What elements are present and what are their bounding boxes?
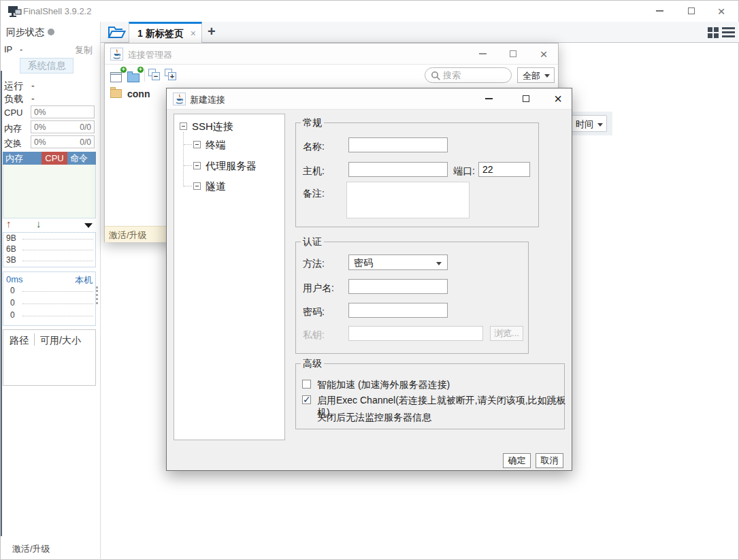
cancel-button[interactable]: 取消: [536, 453, 563, 468]
grid-view-icon[interactable]: [708, 27, 719, 38]
tree-item-ssh[interactable]: SSH连接: [192, 120, 233, 133]
ping-tick: 0: [10, 286, 15, 295]
host-input[interactable]: [348, 162, 448, 177]
dialog-close-button[interactable]: ×: [549, 88, 567, 109]
system-info-button[interactable]: 系统信息: [20, 58, 73, 73]
time-sort-dropdown[interactable]: 时间: [571, 115, 607, 132]
mem-statbox: 0% 0/0: [31, 120, 95, 133]
app-logo-icon: [7, 5, 22, 18]
java-app-icon: [110, 48, 123, 61]
gridline: [22, 291, 93, 292]
net-dropdown-icon[interactable]: [84, 223, 93, 228]
new-folder-icon[interactable]: [127, 69, 142, 82]
swap-ratio: 0/0: [80, 137, 91, 147]
close-button[interactable]: [712, 1, 730, 21]
left-edge: [1, 71, 2, 536]
dialog-minimize-button[interactable]: [480, 88, 497, 109]
tab-memory[interactable]: 内存: [3, 152, 42, 165]
disk-panel: 路径 可用/大小: [3, 329, 96, 386]
tree-collapse-icon[interactable]: [193, 182, 201, 190]
tree-collapse-icon[interactable]: [193, 141, 201, 148]
tree-collapse-icon[interactable]: [180, 122, 187, 130]
run-value: -: [31, 80, 35, 91]
tab-label: 1 新标签页: [137, 28, 184, 40]
disk-avail-header: 可用/大小: [40, 335, 81, 347]
load-label: 负载: [4, 93, 23, 105]
tab-close-icon[interactable]: [191, 28, 196, 39]
tree-item-proxy[interactable]: 代理服务器: [206, 160, 257, 173]
connection-folder-row[interactable]: conn: [110, 88, 150, 99]
new-connection-icon[interactable]: [110, 69, 125, 82]
swap-label: 交换: [4, 137, 22, 150]
remark-label: 备注:: [303, 188, 325, 200]
ping-value: 0ms: [6, 274, 23, 284]
search-box[interactable]: [425, 67, 512, 83]
cpu-label: CPU: [4, 108, 22, 118]
tree-connector: [184, 144, 192, 145]
load-value: -: [31, 93, 35, 104]
manager-minimize-button[interactable]: [474, 44, 491, 64]
private-key-label: 私钥:: [303, 329, 325, 342]
port-input[interactable]: [478, 162, 530, 177]
expand-all-icon[interactable]: +: [165, 69, 179, 82]
tree-item-tunnel[interactable]: 隧道: [206, 180, 226, 193]
manager-titlebar: 连接管理器: [105, 44, 558, 65]
password-label: 密码:: [303, 306, 325, 318]
remark-textarea[interactable]: [346, 182, 470, 218]
smart-accel-label: 智能加速 (加速海外服务器连接): [317, 379, 450, 391]
exec-channel-note: 关闭后无法监控服务器信息: [317, 412, 431, 424]
connection-type-tree: SSH连接 终端 代理服务器 隧道: [174, 114, 285, 440]
method-value: 密码: [354, 257, 373, 269]
tab-new-page[interactable]: 1 新标签页: [129, 22, 202, 43]
network-graph: 9B 6B 3B: [3, 232, 96, 267]
disk-path-header: 路径: [10, 335, 29, 347]
sidebar-activate-link[interactable]: 激活/升级: [12, 543, 50, 555]
username-input[interactable]: [348, 279, 448, 294]
minimize-button[interactable]: [651, 1, 668, 21]
run-label: 运行: [4, 80, 23, 93]
tree-connector: [183, 132, 184, 186]
auth-legend: 认证: [301, 236, 324, 248]
mem-percent: 0%: [34, 122, 46, 132]
splitter-handle[interactable]: [96, 286, 98, 304]
ok-button[interactable]: 确定: [503, 453, 531, 468]
name-input[interactable]: [348, 137, 448, 152]
filter-value: 全部: [523, 70, 540, 82]
open-folder-icon[interactable]: [108, 25, 126, 39]
maximize-button[interactable]: [683, 1, 700, 21]
filter-dropdown[interactable]: 全部: [517, 67, 555, 83]
new-connection-dialog: 新建连接 × SSH连接 终端 代理服务器 隧道 常规 名称: 主机:: [166, 88, 572, 471]
manager-close-button[interactable]: [535, 44, 553, 64]
ping-graph: 0ms 本机 0 0 0: [3, 271, 96, 326]
upload-arrow-icon: ↑: [6, 218, 12, 229]
folder-name: conn: [127, 88, 150, 99]
exec-channel-checkbox[interactable]: [302, 395, 311, 404]
host-label: 本机: [75, 274, 93, 286]
method-dropdown[interactable]: 密码: [348, 254, 448, 270]
header-divider: [34, 333, 35, 346]
manager-maximize-button[interactable]: [504, 44, 522, 64]
ping-tick: 0: [10, 298, 15, 308]
manager-toolbar: − + 全部: [105, 65, 558, 86]
dialog-maximize-button[interactable]: [517, 88, 535, 109]
copy-link[interactable]: 复制: [75, 44, 93, 56]
tree-collapse-icon[interactable]: [193, 162, 201, 169]
tab-cpu[interactable]: CPU: [42, 152, 67, 165]
dialog-title: 新建连接: [190, 94, 225, 106]
search-icon: [431, 71, 441, 81]
tabbar: 1 新标签页: [101, 22, 739, 43]
password-input[interactable]: [348, 303, 448, 318]
collapse-all-icon[interactable]: −: [148, 69, 163, 82]
tree-connector: [184, 186, 192, 186]
name-label: 名称:: [303, 141, 325, 153]
manager-activate-link[interactable]: 激活/升级: [109, 229, 147, 242]
tree-item-terminal[interactable]: 终端: [206, 139, 226, 152]
ping-tick: 0: [10, 310, 15, 320]
smart-accel-checkbox[interactable]: [302, 380, 311, 389]
gridline: [22, 239, 93, 240]
search-input[interactable]: [443, 69, 508, 82]
new-tab-button[interactable]: [208, 24, 216, 39]
list-view-icon[interactable]: [722, 27, 735, 38]
finalshell-window: FinalShell 3.9.2.2 同步状态 IP - 复制 系统信息 运行 …: [0, 0, 739, 560]
tab-command[interactable]: 命令: [67, 152, 96, 165]
